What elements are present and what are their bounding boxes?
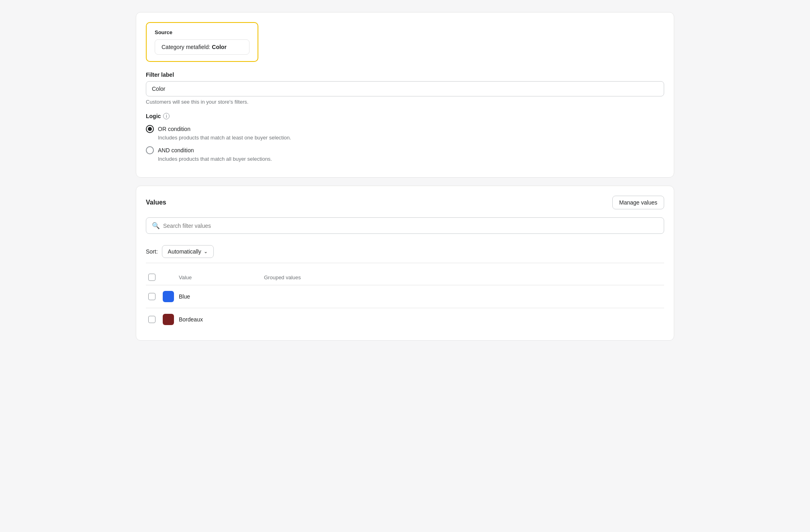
blue-color-swatch (163, 291, 174, 302)
sort-row: Sort: Automatically ⌄ (146, 240, 664, 263)
search-icon: 🔍 (152, 222, 160, 229)
filter-helper-text: Customers will see this in your store's … (146, 99, 664, 105)
bordeaux-value-label: Bordeaux (179, 316, 203, 323)
table-header: Value Grouped values (146, 270, 664, 285)
column-value-header: Value (179, 274, 259, 280)
table-row: Blue (146, 285, 664, 308)
source-box: Source Category metafield: Color (146, 22, 258, 62)
filter-label-heading: Filter label (146, 72, 664, 78)
and-radio-button[interactable] (146, 146, 154, 154)
header-checkbox-col (146, 274, 158, 281)
values-header: Values Manage values (146, 196, 664, 209)
chevron-down-icon: ⌄ (204, 249, 208, 254)
or-radio-button[interactable] (146, 125, 154, 133)
page-container: Source Category metafield: Color Filter … (136, 12, 674, 341)
source-value-prefix: Category metafield: (162, 44, 212, 50)
search-filter-input[interactable] (163, 223, 658, 229)
select-all-checkbox[interactable] (148, 274, 155, 281)
values-title: Values (146, 199, 166, 206)
table-row: Bordeaux (146, 308, 664, 331)
filter-label-input[interactable] (146, 81, 664, 96)
row-checkbox-col (146, 293, 158, 300)
sort-dropdown-value: Automatically (168, 248, 201, 255)
bordeaux-color-swatch (163, 314, 174, 325)
row-checkbox-col (146, 316, 158, 323)
or-condition-label: OR condition (158, 126, 190, 132)
sort-dropdown[interactable]: Automatically ⌄ (162, 245, 214, 258)
values-card: Values Manage values 🔍 Sort: Automatical… (136, 186, 674, 341)
source-filter-card: Source Category metafield: Color Filter … (136, 12, 674, 178)
manage-values-button[interactable]: Manage values (612, 196, 664, 209)
and-condition-description: Includes products that match all buyer s… (158, 156, 664, 162)
source-value-box: Category metafield: Color (155, 39, 250, 55)
row-checkbox-blue[interactable] (148, 293, 155, 300)
or-condition-option[interactable]: OR condition Includes products that matc… (146, 125, 664, 141)
source-value-bold: Color (212, 44, 227, 50)
logic-label: Logic i (146, 113, 664, 119)
blue-value-label: Blue (179, 293, 190, 300)
row-checkbox-bordeaux[interactable] (148, 316, 155, 323)
info-icon: i (163, 113, 170, 119)
or-condition-description: Includes products that match at least on… (158, 135, 664, 141)
source-label: Source (155, 29, 250, 35)
search-box: 🔍 (146, 217, 664, 234)
and-condition-label: AND condition (158, 147, 194, 153)
column-grouped-header: Grouped values (264, 274, 301, 280)
sort-label: Sort: (146, 248, 158, 255)
and-condition-option[interactable]: AND condition Includes products that mat… (146, 146, 664, 162)
